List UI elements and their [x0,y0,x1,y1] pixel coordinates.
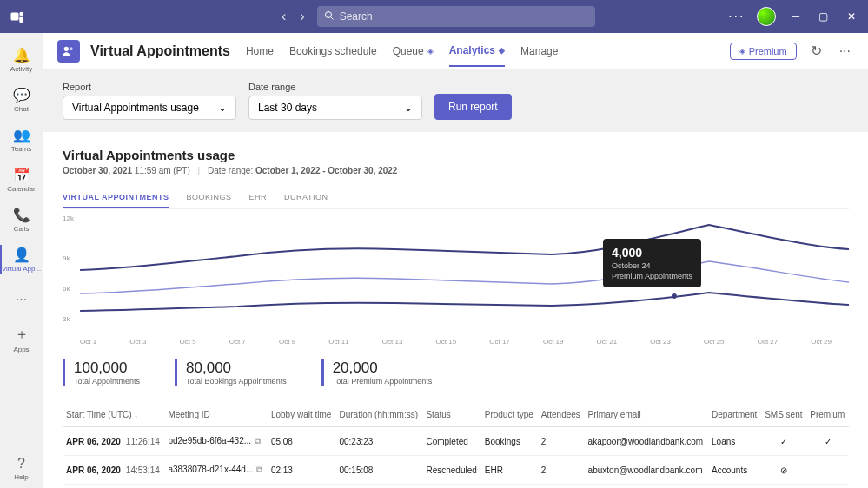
report-title: Virtual Appointments usage [63,148,849,162]
diamond-icon: ◈ [499,46,505,55]
appointments-table: Start Time (UTC) ↓Meeting IDLobby wait t… [63,403,849,488]
app-badge-icon [57,40,80,63]
svg-point-1 [19,12,23,16]
copy-icon[interactable]: ⧉ [256,465,262,474]
svg-point-4 [64,46,69,50]
titlebar: ‹ › ··· ─ ▢ ✕ [0,0,868,33]
premium-button[interactable]: ◈Premium [730,43,797,60]
table-header[interactable]: Duration (hh:mm:ss) [335,403,422,427]
more-icon: ··· [16,292,27,307]
table-header[interactable]: Lobby wait time [268,403,336,427]
table-header[interactable]: Premium [806,403,849,427]
rail-chat[interactable]: 💬Chat [0,80,43,120]
tab-manage[interactable]: Manage [520,36,558,67]
tab-analytics[interactable]: Analytics◈ [449,36,505,67]
chart-xaxis: Oct 1Oct 3Oct 5Oct 7Oct 9Oct 11Oct 13Oct… [63,338,849,346]
copy-icon[interactable]: ⧉ [255,436,261,445]
tab-home[interactable]: Home [246,36,274,67]
rail-apps[interactable]: ＋Apps [0,320,43,359]
more-options-button[interactable]: ··· [728,9,745,24]
table-row[interactable]: APR 06, 202014:53:14 a3838078-d21x-44d..… [63,456,849,485]
chart-tab-virtual-appointments[interactable]: VIRTUAL APPOINTMENTS [63,188,169,208]
line-chart: 12k 9k 6k 3k 4,000 October 24 Premium Ap… [63,214,849,336]
apps-icon: ＋ [15,326,29,344]
rail-calls[interactable]: 📞Calls [0,200,43,240]
header-more-button[interactable]: ··· [836,43,854,59]
daterange-select[interactable]: Last 30 days⌄ [248,96,422,120]
search-box[interactable] [317,6,595,27]
chart-tab-ehr[interactable]: EHR [249,188,268,208]
calendar-icon: 📅 [13,167,30,183]
table-header[interactable]: Start Time (UTC) ↓ [63,403,164,427]
diamond-icon: ◈ [427,47,434,56]
stat-total-bookings: 80,000Total Bookings Appointments [175,359,287,386]
teams-logo-icon [9,8,26,25]
rail-more[interactable]: ··· [0,280,43,320]
diamond-icon: ◈ [739,47,745,56]
minimize-button[interactable]: ─ [788,10,803,23]
virtual-app-icon: 👤 [13,247,30,263]
table-header[interactable]: Primary email [585,403,708,427]
bell-icon: 🔔 [13,47,30,63]
tab-bookings-schedule[interactable]: Bookings schedule [289,36,377,67]
table-header[interactable]: Department [708,403,761,427]
table-row[interactable]: APR 06, 202011:26:14 bd2e95db-6f6a-432..… [63,427,849,456]
calls-icon: 📞 [13,207,30,223]
svg-point-2 [325,12,331,18]
svg-rect-0 [11,13,19,21]
table-header[interactable]: Meeting ID [164,403,268,427]
table-row[interactable]: APR 05, 202008:20:00 1b485cb4-18e2-49f..… [63,485,849,489]
refresh-button[interactable]: ↻ [807,43,825,59]
chart-tab-bookings[interactable]: BOOKINGS [187,188,232,208]
search-input[interactable] [340,10,588,23]
page-header: Virtual Appointments Home Bookings sched… [43,33,868,69]
left-rail: 🔔Activity 💬Chat 👥Teams 📅Calendar 📞Calls … [0,33,43,488]
report-select[interactable]: Virtual Appointments usage⌄ [63,96,236,120]
stat-total-appointments: 100,000Total Appointments [63,359,140,386]
page-title: Virtual Appointments [90,43,230,59]
nav-back-button[interactable]: ‹ [278,5,289,28]
tab-queue[interactable]: Queue◈ [393,36,434,67]
table-header[interactable]: Status [422,403,480,427]
stat-total-premium: 20,000Total Premium Appointments [321,359,433,386]
chart-tooltip: 4,000 October 24 Premium Appointments [603,239,701,287]
rail-virtual-appointments[interactable]: 👤Virtual App... [0,240,43,280]
help-icon: ? [17,456,25,472]
chart-tab-duration[interactable]: DURATION [284,188,328,208]
run-report-button[interactable]: Run report [434,94,512,120]
nav-forward-button[interactable]: › [296,5,308,28]
user-avatar[interactable] [757,7,776,26]
table-header[interactable]: SMS sent [761,403,806,427]
rail-teams[interactable]: 👥Teams [0,120,43,160]
table-header[interactable]: Product type [481,403,538,427]
chevron-down-icon: ⌄ [218,102,227,114]
rail-activity[interactable]: 🔔Activity [0,40,43,80]
daterange-label: Date range [248,82,422,92]
rail-calendar[interactable]: 📅Calendar [0,160,43,200]
close-button[interactable]: ✕ [844,10,859,23]
chat-icon: 💬 [13,87,30,103]
table-header[interactable]: Attendees [538,403,585,427]
svg-point-5 [70,47,73,50]
rail-help[interactable]: ?Help [0,448,43,488]
maximize-button[interactable]: ▢ [815,10,832,23]
report-label: Report [63,82,236,92]
report-meta: October 30, 2021 11:59 am (PT) | Date ra… [63,166,849,175]
teams-icon: 👥 [13,127,30,143]
report-controls: Report Virtual Appointments usage⌄ Date … [43,69,868,132]
search-icon [324,9,335,24]
svg-point-6 [672,293,677,299]
chevron-down-icon: ⌄ [404,102,413,114]
svg-line-3 [330,17,333,20]
